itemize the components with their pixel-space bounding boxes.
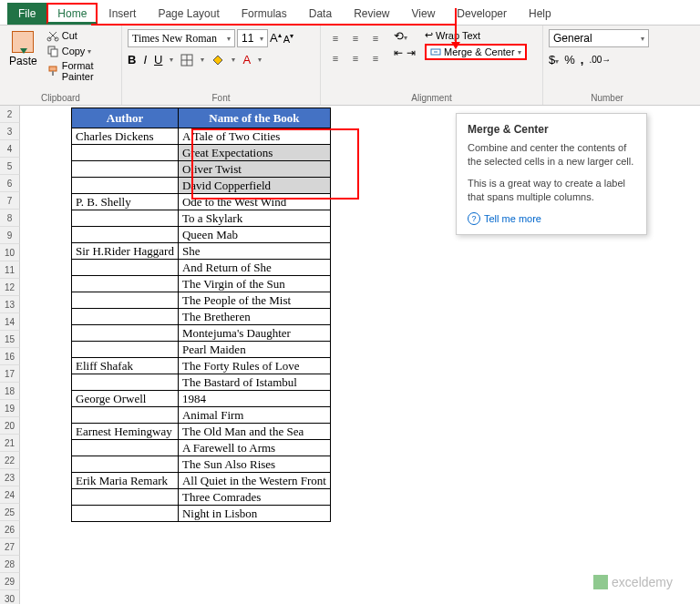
row-header[interactable]: 8 <box>0 210 20 227</box>
cell-book[interactable]: The Forty Rules of Love <box>178 358 330 374</box>
header-author[interactable]: Author <box>72 108 179 128</box>
row-header[interactable]: 7 <box>0 192 20 210</box>
orientation-button[interactable]: ⟲▾ <box>394 29 416 43</box>
cell-author[interactable] <box>72 506 179 522</box>
cell-author[interactable]: Earnest Hemingway <box>72 424 179 440</box>
align-right-icon[interactable]: ≡ <box>366 49 385 67</box>
cell-author[interactable] <box>72 456 179 473</box>
header-book[interactable]: Name of the Book <box>178 108 330 128</box>
row-header[interactable]: 24 <box>0 486 20 504</box>
row-header[interactable]: 17 <box>0 365 20 383</box>
align-top-icon[interactable]: ≡ <box>326 29 345 47</box>
tab-developer[interactable]: Developer <box>446 3 518 25</box>
tab-home[interactable]: Home <box>46 3 98 25</box>
row-header[interactable]: 12 <box>0 279 20 296</box>
cell-author[interactable]: Erik Maria Remark <box>72 473 179 489</box>
cell-author[interactable]: George Orwell <box>72 391 179 407</box>
percent-button[interactable]: % <box>564 53 575 67</box>
cell-book[interactable]: The Sun Also Rises <box>178 456 330 473</box>
cell-book[interactable]: David Copperfield <box>178 178 330 194</box>
cell-book[interactable]: Three Comrades <box>178 489 330 506</box>
cell-author[interactable] <box>72 342 179 358</box>
comma-button[interactable]: , <box>581 53 584 67</box>
cell-book[interactable]: Night in Lisbon <box>178 506 330 522</box>
tab-help[interactable]: Help <box>518 3 562 25</box>
font-name-select[interactable]: Times New Roman▾ <box>128 29 235 47</box>
cell-author[interactable]: P. B. Shelly <box>72 194 179 210</box>
row-header[interactable]: 22 <box>0 452 20 469</box>
cell-book[interactable]: The Old Man and the Sea <box>178 424 330 440</box>
align-left-icon[interactable]: ≡ <box>326 49 345 67</box>
row-header[interactable]: 19 <box>0 400 20 417</box>
row-header[interactable]: 3 <box>0 123 20 140</box>
cell-book[interactable]: Great Expectations <box>178 145 330 161</box>
cell-book[interactable]: A Tale of Two Cities <box>178 128 330 145</box>
tab-review[interactable]: Review <box>343 3 400 25</box>
cell-author[interactable] <box>72 145 179 161</box>
align-center-icon[interactable]: ≡ <box>346 49 365 67</box>
bold-button[interactable]: B <box>128 53 136 67</box>
cell-book[interactable]: A Farewell to Arms <box>178 440 330 456</box>
cell-book[interactable]: She <box>178 243 330 260</box>
cell-author[interactable] <box>72 210 179 227</box>
number-format-select[interactable]: General▾ <box>549 29 649 47</box>
tab-page-layout[interactable]: Page Layout <box>147 3 230 25</box>
cell-author[interactable] <box>72 407 179 424</box>
tab-formulas[interactable]: Formulas <box>231 3 298 25</box>
align-bottom-icon[interactable]: ≡ <box>366 29 385 47</box>
cell-book[interactable]: Ode to the West Wind <box>178 194 330 210</box>
row-header[interactable]: 18 <box>0 383 20 400</box>
row-header[interactable]: 23 <box>0 469 20 486</box>
cell-author[interactable] <box>72 292 179 309</box>
cell-book[interactable]: The People of the Mist <box>178 292 330 309</box>
row-header[interactable]: 29 <box>0 573 20 590</box>
cell-book[interactable]: Animal Firm <box>178 407 330 424</box>
tell-me-more-link[interactable]: ?Tell me more <box>468 212 635 225</box>
increase-decimal-icon[interactable]: .00→ <box>589 55 611 65</box>
copy-button[interactable]: Copy▾ <box>46 45 116 57</box>
row-header[interactable]: 5 <box>0 158 20 175</box>
row-header[interactable]: 21 <box>0 435 20 452</box>
cell-author[interactable]: Charles Dickens <box>72 128 179 145</box>
increase-font-icon[interactable]: A▴ <box>270 31 282 45</box>
increase-indent-icon[interactable]: ⇥ <box>407 46 416 59</box>
cell-author[interactable] <box>72 489 179 506</box>
row-header[interactable]: 27 <box>0 538 20 556</box>
cell-author[interactable] <box>72 260 179 276</box>
cell-author[interactable]: Sir H.Rider Haggard <box>72 243 179 260</box>
italic-button[interactable]: I <box>143 53 147 67</box>
tab-data[interactable]: Data <box>298 3 343 25</box>
merge-center-button[interactable]: Merge & Center▾ <box>425 44 527 60</box>
tab-file[interactable]: File <box>7 3 46 25</box>
decrease-font-icon[interactable]: A▾ <box>283 32 293 45</box>
row-header[interactable]: 25 <box>0 504 20 521</box>
decrease-indent-icon[interactable]: ⇤ <box>394 46 403 59</box>
fill-color-button[interactable] <box>211 54 224 67</box>
row-header[interactable]: 11 <box>0 261 20 279</box>
row-header[interactable]: 10 <box>0 244 20 261</box>
cell-book[interactable]: To a Skylark <box>178 210 330 227</box>
cell-author[interactable] <box>72 309 179 325</box>
cell-book[interactable]: Oliver Twist <box>178 161 330 178</box>
row-header[interactable]: 14 <box>0 313 20 331</box>
cell-book[interactable]: And Return of She <box>178 260 330 276</box>
underline-button[interactable]: U <box>154 53 162 67</box>
row-header[interactable]: 30 <box>0 590 20 604</box>
row-header[interactable]: 20 <box>0 417 20 435</box>
row-header[interactable]: 2 <box>0 106 20 123</box>
row-header[interactable]: 28 <box>0 556 20 573</box>
row-header[interactable]: 6 <box>0 175 20 192</box>
cell-author[interactable] <box>72 227 179 243</box>
cell-book[interactable]: Pearl Maiden <box>178 342 330 358</box>
row-header[interactable]: 13 <box>0 296 20 313</box>
cut-button[interactable]: Cut <box>46 29 116 42</box>
cell-book[interactable]: All Quiet in the Western Front <box>178 473 330 489</box>
cell-author[interactable] <box>72 440 179 456</box>
paste-button[interactable]: Paste <box>5 29 41 91</box>
cell-book[interactable]: The Bastard of Istambul <box>178 374 330 391</box>
format-painter-button[interactable]: Format Painter <box>46 60 116 82</box>
cell-author[interactable] <box>72 325 179 342</box>
row-header[interactable]: 16 <box>0 348 20 365</box>
cell-book[interactable]: 1984 <box>178 391 330 407</box>
wrap-text-button[interactable]: ↩Wrap Text <box>425 29 527 41</box>
